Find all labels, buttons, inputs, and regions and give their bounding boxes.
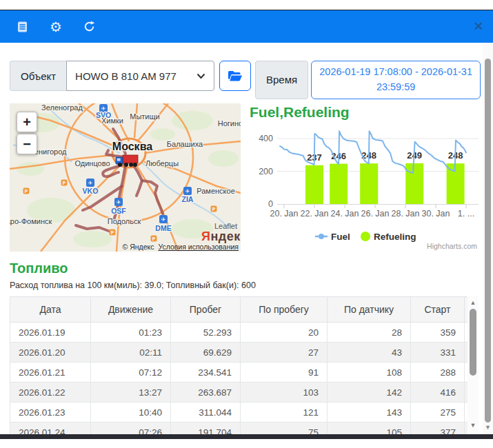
table-cell: 2026.01.24	[10, 422, 91, 435]
window-top-strip	[0, 0, 493, 10]
table-cell: 288	[411, 363, 465, 383]
column-header: Старт	[411, 297, 465, 323]
map-label: Москва	[112, 141, 152, 152]
table-cell: 331	[411, 343, 465, 363]
x-axis-tick-label: 26. Jan	[361, 209, 389, 218]
svg-text:Р: Р	[63, 181, 66, 185]
table-row[interactable]: 2026.01.1901:2352.2932028359331	[10, 323, 479, 343]
table-cell: 13:27	[91, 383, 171, 403]
fuel-section-title: Топливо	[10, 261, 68, 276]
page-scrollbar-thumb[interactable]	[485, 59, 491, 422]
table-cell: 191.704	[171, 422, 241, 435]
svg-text:Fuel: Fuel	[331, 232, 350, 242]
map-copyright: © ЯндексУсловия использования	[122, 243, 239, 251]
terms-of-use-link[interactable]: Условия использования	[158, 243, 239, 251]
x-axis-tick-label: 28. Jan	[391, 209, 419, 218]
time-range-field[interactable]: 2026-01-19 17:08:00 - 2026-01-31 23:59:5…	[311, 61, 481, 99]
table-cell: 121	[241, 403, 328, 422]
y-axis-tick-label: 200	[259, 167, 273, 176]
table-cell: 105	[328, 422, 411, 435]
table-cell: 108	[328, 363, 411, 383]
table-cell: 2026.01.23	[10, 403, 91, 422]
highcharts-credits-link[interactable]: Highcharts.com	[427, 242, 477, 250]
chart-title: Fuel,Refueling	[248, 103, 483, 121]
table-cell: 27	[241, 343, 328, 363]
table-scroll-up-arrow[interactable]: ▲	[467, 298, 479, 307]
table-row[interactable]: 2026.01.2213:27263.687103142416275	[10, 383, 479, 403]
table-cell: 02:11	[91, 343, 171, 363]
table-cell: 10:40	[91, 403, 171, 422]
map[interactable]: РРРРР ✈SVO✈VKO✈ZIA✈DME✈OSF ЗеленоградХим…	[10, 103, 241, 252]
object-select-value: HOWO B 810 AM 977	[75, 70, 177, 82]
map-label: Мытищи	[130, 112, 159, 121]
table-cell: 75	[241, 422, 328, 435]
table-cell: 69.629	[171, 343, 241, 363]
map-label: Люберцы	[145, 159, 179, 167]
svg-text:Р: Р	[25, 189, 28, 194]
airport-code-label: ZIA	[182, 195, 194, 203]
x-axis-tick-label: 30. Jan	[421, 209, 450, 218]
airport-code-label: VKO	[83, 187, 99, 195]
object-label: Объект	[10, 61, 66, 91]
table-cell: 2026.01.19	[10, 323, 91, 343]
column-header: По пробегу	[241, 297, 328, 323]
yandex-logo[interactable]: Яндекс	[201, 230, 241, 244]
table-cell: 2026.01.20	[10, 343, 91, 363]
airport-code-label: DME	[155, 224, 171, 232]
x-axis-tick-label: 1. ...	[458, 209, 474, 218]
map-label: Наро-Фоминск	[10, 217, 52, 225]
map-label: Одинцово	[74, 159, 110, 167]
table-row[interactable]: 2026.01.2002:1169.6292743331288	[10, 343, 479, 363]
legend-item-fuel[interactable]: Fuel	[315, 232, 350, 242]
svg-text:Refueling: Refueling	[374, 232, 416, 242]
y-axis-tick-label: 400	[259, 134, 273, 143]
table-cell: 377	[411, 422, 465, 435]
airport-code-label: OSF	[111, 207, 126, 215]
table-cell: 234.541	[171, 363, 241, 383]
svg-text:Р: Р	[212, 207, 216, 212]
table-cell: 01:23	[91, 323, 171, 343]
table-cell: 2026.01.22	[10, 383, 91, 403]
window-bottom-edge	[0, 434, 493, 439]
svg-text:✈: ✈	[161, 216, 166, 223]
titlebar: ⚙ ✕	[0, 10, 493, 43]
gear-icon[interactable]: ⚙	[49, 20, 63, 34]
table-row[interactable]: 2026.01.2407:26191.70475105377273	[10, 422, 479, 435]
table-row[interactable]: 2026.01.2107:12234.54191108288416	[10, 363, 479, 383]
table-cell: 07:26	[91, 422, 171, 435]
page-scroll-down-arrow[interactable]: ▼	[483, 424, 493, 431]
table-cell: 52.293	[171, 323, 241, 343]
table-scroll-down-arrow[interactable]: ▼	[467, 420, 479, 430]
x-axis-tick-label: 20. Jan	[270, 209, 298, 218]
map-label: Ногинск	[218, 119, 241, 128]
refueling-bars: 237246248249248	[305, 150, 465, 204]
map-zoom-out-button[interactable]: −	[17, 134, 37, 154]
object-select[interactable]: HOWO B 810 AM 977	[66, 61, 214, 91]
svg-text:Р: Р	[111, 230, 114, 235]
table-scrollbar-thumb[interactable]	[470, 309, 476, 376]
column-header: Движение	[91, 297, 171, 323]
table-row[interactable]: 2026.01.2310:40311.044121143275377	[10, 403, 479, 422]
table-cell: 07:12	[91, 363, 171, 383]
table-scrollbar: ▲ ▼	[467, 296, 479, 434]
open-folder-icon	[228, 70, 243, 82]
time-control-group: Время 2026-01-19 17:08:00 - 2026-01-31 2…	[255, 61, 481, 99]
report-list-icon[interactable]	[16, 20, 30, 34]
y-axis-tick-label: 0	[268, 199, 273, 209]
column-header: Дата	[10, 297, 91, 323]
legend-item-refueling[interactable]: Refueling	[361, 232, 416, 242]
time-label: Время	[255, 61, 308, 99]
svg-text:✈: ✈	[88, 180, 93, 186]
chevron-down-icon	[197, 73, 205, 79]
open-folder-button[interactable]	[219, 61, 251, 91]
map-label: Подольск	[108, 217, 141, 225]
page-scrollbar: ▼	[483, 43, 493, 434]
table-cell: 142	[328, 383, 411, 403]
close-icon[interactable]: ✕	[474, 19, 483, 34]
map-label: Раменское	[197, 187, 235, 195]
x-axis-tick-label: 24. Jan	[330, 209, 359, 218]
table-cell: 20	[241, 323, 328, 343]
map-zoom-in-button[interactable]: +	[17, 112, 37, 132]
refresh-icon[interactable]	[82, 20, 96, 34]
fuel-consumption-info: Расход топлива на 100 км(миль): 39.0; То…	[10, 281, 256, 290]
